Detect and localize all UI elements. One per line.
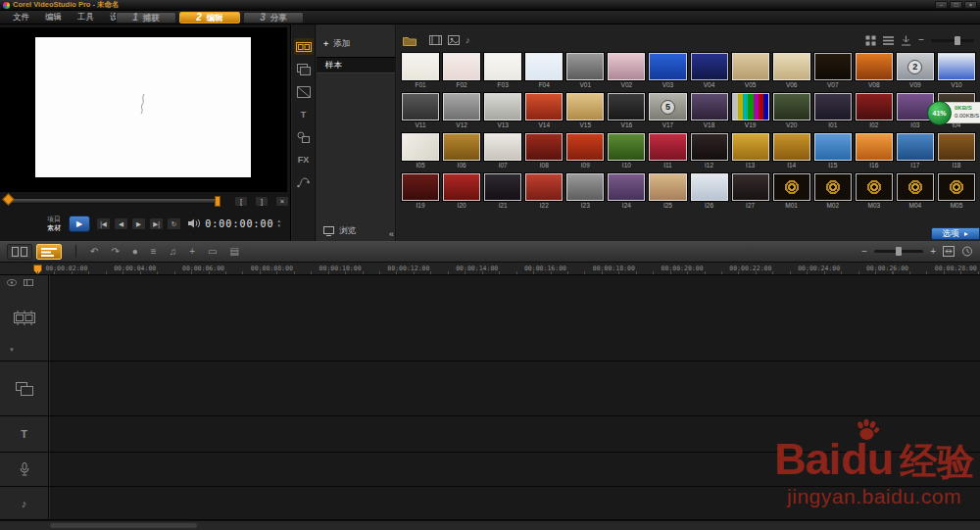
thumbnail-image[interactable] [773,53,810,80]
gallery-folder-icon[interactable] [403,35,416,46]
library-thumbnail[interactable]: I13 [732,133,769,169]
thumbnail-image[interactable] [856,133,893,161]
next-frame-icon[interactable]: ▶ [131,217,146,230]
thumbnail-image[interactable] [856,53,893,80]
thumbnail-image[interactable] [525,133,563,161]
thumbnail-image[interactable] [443,133,480,161]
thumbnail-image[interactable] [773,93,810,120]
thumbnail-image[interactable] [566,53,604,80]
trim-end-handle[interactable] [215,196,220,207]
library-thumbnail[interactable]: V03 [649,53,686,88]
timeline-zoom-in-icon[interactable]: + [930,245,936,259]
split-clip-icon[interactable]: × [275,196,289,207]
show-videos-icon[interactable] [429,35,442,45]
thumbnail-image[interactable] [443,173,480,201]
thumbnail-image[interactable] [525,53,563,80]
timeline-view-button[interactable] [36,244,62,260]
thumbnail-image[interactable] [732,173,769,201]
thumbnail-image[interactable] [938,133,975,161]
repeat-icon[interactable]: ↻ [167,217,181,230]
library-thumbnail[interactable]: V08 [856,53,893,88]
thumbnail-image[interactable] [732,133,769,161]
thumbnail-image[interactable] [814,53,852,80]
library-thumbnail[interactable]: I25 [649,173,686,209]
library-thumbnail[interactable]: V01 [566,53,604,88]
library-thumbnail[interactable]: V15 [566,93,604,128]
library-thumbnail[interactable]: I08 [525,133,563,169]
timeline-zoom-slider[interactable] [874,250,923,253]
library-thumbnail[interactable]: F04 [525,53,563,88]
mark-out-icon[interactable]: ] [255,196,269,207]
thumbnail-image[interactable] [608,173,645,201]
timeline-zoom-out-icon[interactable]: − [861,245,867,259]
library-thumbnail[interactable]: V10 [938,53,975,88]
library-thumbnail[interactable]: V11 [402,93,439,128]
library-thumbnail[interactable]: I24 [608,173,645,209]
thumbnail-image[interactable] [732,53,769,80]
library-thumbnail[interactable]: I20 [443,173,480,209]
thumbnail-image[interactable] [402,173,439,201]
thumbnail-image[interactable] [856,173,893,201]
thumbnail-image[interactable] [566,173,604,201]
thumbnail-image[interactable] [608,93,645,120]
library-thumbnail[interactable]: I07 [484,133,521,169]
motion-tracking-icon[interactable]: + [189,244,195,260]
thumbnail-image[interactable] [897,173,934,201]
voice-track-header[interactable] [0,453,49,486]
thumbnail-image[interactable] [608,133,645,161]
library-thumbnail[interactable]: V20 [773,93,810,128]
library-thumbnail[interactable]: I05 [402,133,439,169]
menu-item[interactable]: 文件 [5,12,37,24]
library-thumbnail[interactable]: V12 [443,93,480,128]
scrubber-handle[interactable] [2,193,15,206]
preview-scrubber[interactable] [5,198,220,204]
library-thumbnail[interactable]: I19 [402,173,439,209]
overlay-track-header[interactable] [0,361,49,415]
show-photos-icon[interactable] [448,35,460,45]
library-thumbnail[interactable]: 5 V17 [649,93,686,128]
library-thumbnail[interactable]: I06 [443,133,480,169]
get-more-content-icon[interactable] [901,35,911,46]
timecode-down-icon[interactable]: ▼ [277,224,281,228]
menu-item[interactable]: 工具 [70,12,102,24]
thumbnail-image[interactable] [608,53,645,80]
library-thumbnail[interactable]: F01 [402,53,439,88]
thumbnail-size-knob[interactable] [955,36,960,45]
track-manager-icon[interactable]: ▤ [229,244,238,260]
library-thumbnail[interactable]: V06 [773,53,810,88]
library-thumbnail[interactable]: F02 [443,53,480,88]
library-thumbnail[interactable]: V19 [732,93,769,128]
path-icon[interactable] [294,173,314,190]
library-thumbnail[interactable]: V13 [484,93,521,128]
thumbnail-image[interactable] [484,93,521,120]
collapse-panel-icon[interactable]: « [389,229,394,239]
previous-frame-icon[interactable]: ◀ [114,217,128,230]
step-tab[interactable]: 3 分享 [243,12,304,24]
library-thumbnail[interactable]: I09 [566,133,604,169]
timeline-zoom-knob[interactable] [896,247,902,256]
library-thumbnail[interactable]: I26 [691,173,728,209]
video-track-header[interactable]: ▼ [0,275,49,361]
timeline-ruler[interactable]: 00:00:02:0000:00:04:0000:00:06:0000:00:0… [0,263,980,275]
home-icon[interactable]: |◀ [96,217,111,230]
storyboard-view-button[interactable] [7,244,32,260]
thumbnail-image[interactable] [484,173,521,201]
overlay-track-lane[interactable] [49,361,980,415]
thumbnail-image[interactable] [566,93,604,120]
thumbnail-image[interactable] [443,53,480,80]
library-thumbnail[interactable]: I18 [938,133,975,169]
title-track-header[interactable]: T [0,416,49,452]
library-thumbnail[interactable]: I01 [814,93,852,128]
folder-item-samples[interactable]: 样本 [317,57,395,73]
thumbnail-image[interactable] [938,53,975,80]
thumbnail-image[interactable] [525,93,563,120]
library-thumbnail[interactable]: I11 [649,133,686,169]
instant-project-icon[interactable] [294,61,314,77]
library-thumbnail[interactable]: M02 [814,173,852,209]
library-thumbnail[interactable]: I10 [608,133,645,169]
library-thumbnail[interactable]: I14 [773,133,810,169]
thumbnail-image[interactable] [649,133,686,161]
undo-icon[interactable]: ↶ [90,244,98,260]
track-chevron-down-icon[interactable]: ▼ [9,347,15,353]
thumbnail-image[interactable] [443,93,480,120]
